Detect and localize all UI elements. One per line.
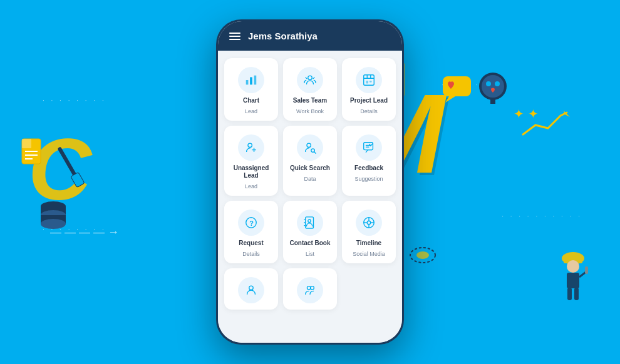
svg-rect-31 <box>574 288 579 300</box>
feedback-label: Feedback <box>354 164 383 172</box>
c-letter-decoration: C <box>28 119 91 220</box>
sales-team-sublabel: Work Book <box>296 108 324 114</box>
svg-point-22 <box>486 81 491 86</box>
feedback-sublabel: Suggestion <box>354 176 383 182</box>
database-icon <box>38 199 69 239</box>
phone-container: Jems Sorathiya Chart <box>216 19 404 345</box>
dots-decoration-right-mid: · · · · · · · · · · <box>502 213 582 220</box>
contact-book-label: Contact Book <box>290 240 331 247</box>
request-sublabel: Details <box>242 251 260 257</box>
svg-point-7 <box>41 201 66 211</box>
svg-point-35 <box>416 251 429 259</box>
app-item-timeline[interactable]: Timeline Social Media <box>342 201 396 263</box>
unassigned-lead-label: Unassigned Lead <box>229 164 273 179</box>
svg-rect-30 <box>567 288 572 300</box>
svg-point-69 <box>307 286 311 290</box>
app-item-request[interactable]: ? Request Details <box>224 201 278 263</box>
svg-rect-5 <box>57 146 78 178</box>
svg-point-58 <box>308 220 311 223</box>
app-item-project-lead[interactable]: Project Lead Details <box>342 58 396 121</box>
svg-rect-37 <box>250 77 252 84</box>
growth-chart-icon <box>520 109 570 143</box>
phone-frame: Jems Sorathiya Chart <box>216 19 404 345</box>
extra1-icon-circle <box>238 277 264 303</box>
phone-content: Chart Lead <box>218 51 402 343</box>
oval-decoration <box>407 246 438 267</box>
extra2-icon-circle <box>297 277 323 303</box>
svg-rect-44 <box>366 81 368 84</box>
svg-rect-0 <box>22 139 41 164</box>
app-item-contact-book[interactable]: Contact Book List <box>283 201 337 263</box>
quick-search-icon-circle <box>297 134 323 161</box>
app-item-feedback[interactable]: Feedback Suggestion <box>342 126 396 196</box>
timeline-icon-circle <box>356 210 382 236</box>
svg-rect-8 <box>41 206 66 215</box>
svg-rect-52 <box>364 143 373 150</box>
svg-point-11 <box>41 219 66 229</box>
svg-point-23 <box>495 81 500 86</box>
dots-decoration-right-top: · · · · · · <box>442 81 488 88</box>
chart-icon-circle <box>238 67 264 93</box>
sales-team-icon-circle <box>297 67 323 93</box>
svg-line-51 <box>314 152 316 153</box>
svg-rect-6 <box>71 172 85 187</box>
timeline-sublabel: Social Media <box>353 251 385 257</box>
arrow-decoration: — — — — → <box>50 226 119 239</box>
request-icon-circle: ? <box>238 210 264 236</box>
phone-header: Jems Sorathiya <box>218 21 402 51</box>
timeline-label: Timeline <box>356 240 381 247</box>
chart-label: Chart <box>243 97 259 104</box>
app-item-extra2[interactable] <box>283 268 337 310</box>
svg-point-63 <box>367 221 371 225</box>
svg-point-34 <box>410 248 435 263</box>
sales-team-label: Sales Team <box>293 97 327 104</box>
svg-rect-18 <box>443 76 471 96</box>
app-item-chart[interactable]: Chart Lead <box>224 58 278 121</box>
svg-rect-40 <box>364 75 375 86</box>
app-grid: Chart Lead <box>224 58 396 263</box>
svg-point-39 <box>308 76 312 79</box>
svg-rect-45 <box>369 81 372 83</box>
svg-rect-38 <box>254 76 257 85</box>
unassigned-lead-icon-circle <box>238 134 264 161</box>
dots-decoration-top-left: · · · · · · · · <box>43 97 106 104</box>
svg-point-26 <box>562 252 584 265</box>
app-item-unassigned-lead[interactable]: Unassigned Lead Lead <box>224 126 278 196</box>
svg-point-28 <box>567 260 579 273</box>
svg-point-21 <box>482 75 504 98</box>
svg-point-9 <box>41 210 66 220</box>
chat-bubble-icon <box>442 75 476 106</box>
svg-marker-19 <box>445 96 455 103</box>
svg-rect-33 <box>585 266 588 274</box>
app-grid-partial <box>224 268 396 310</box>
app-item-extra1[interactable] <box>224 268 278 310</box>
document-icon <box>19 138 44 171</box>
project-lead-sublabel: Details <box>360 108 378 114</box>
svg-point-68 <box>249 286 253 290</box>
quick-search-label: Quick Search <box>290 164 330 172</box>
dots-decoration-bottom-left: · · · · · · · · <box>43 226 106 233</box>
svg-rect-24 <box>490 99 495 104</box>
feedback-icon-circle <box>356 134 382 161</box>
app-item-sales-team[interactable]: Sales Team Work Book <box>283 58 337 121</box>
worker-figure-icon <box>557 249 589 308</box>
project-lead-label: Project Lead <box>350 97 388 104</box>
svg-rect-36 <box>246 80 249 84</box>
quick-search-sublabel: Data <box>304 176 316 182</box>
header-title: Jems Sorathiya <box>248 31 318 41</box>
app-item-quick-search[interactable]: Quick Search Data <box>283 126 337 196</box>
svg-point-49 <box>307 143 311 147</box>
chart-sublabel: Lead <box>245 108 257 114</box>
robot-face-icon <box>476 69 510 115</box>
phone-screen: Jems Sorathiya Chart <box>218 21 402 343</box>
contact-book-sublabel: List <box>306 251 314 257</box>
svg-point-20 <box>479 73 507 100</box>
svg-rect-27 <box>564 260 582 263</box>
svg-line-32 <box>579 271 587 277</box>
svg-point-46 <box>248 143 252 147</box>
project-lead-icon-circle <box>356 67 382 93</box>
svg-rect-10 <box>41 215 66 224</box>
tool-icon <box>51 143 93 198</box>
hamburger-menu-button[interactable] <box>229 33 240 40</box>
svg-point-70 <box>311 286 314 290</box>
